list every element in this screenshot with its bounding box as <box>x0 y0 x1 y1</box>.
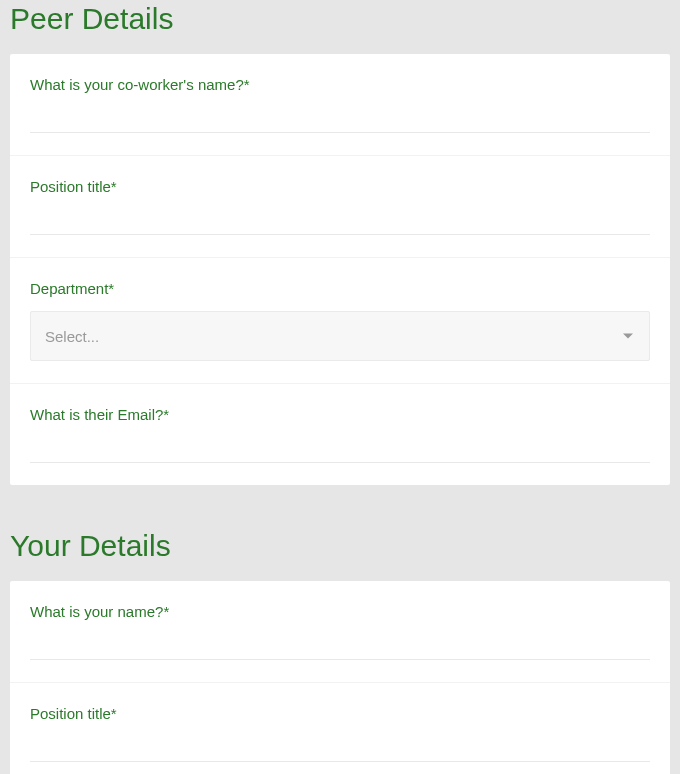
input-peer-email[interactable] <box>30 437 650 463</box>
peer-details-heading: Peer Details <box>10 0 670 54</box>
label-your-name: What is your name?* <box>30 603 650 620</box>
input-coworker-name[interactable] <box>30 107 650 133</box>
chevron-down-icon <box>623 334 633 339</box>
input-your-name[interactable] <box>30 634 650 660</box>
field-your-name: What is your name?* <box>10 581 670 683</box>
field-peer-position-title: Position title* <box>10 156 670 258</box>
label-your-position-title: Position title* <box>30 705 650 722</box>
field-your-position-title: Position title* <box>10 683 670 774</box>
your-details-heading: Your Details <box>10 527 670 581</box>
label-coworker-name: What is your co-worker's name?* <box>30 76 650 93</box>
field-coworker-name: What is your co-worker's name?* <box>10 54 670 156</box>
input-peer-position-title[interactable] <box>30 209 650 235</box>
field-peer-email: What is their Email?* <box>10 384 670 485</box>
label-department: Department* <box>30 280 650 297</box>
peer-details-card: What is your co-worker's name?* Position… <box>10 54 670 485</box>
select-department-placeholder: Select... <box>45 328 99 345</box>
select-department[interactable]: Select... <box>30 311 650 361</box>
your-details-card: What is your name?* Position title* <box>10 581 670 774</box>
label-peer-email: What is their Email?* <box>30 406 650 423</box>
field-department: Department* Select... <box>10 258 670 384</box>
input-your-position-title[interactable] <box>30 736 650 762</box>
label-peer-position-title: Position title* <box>30 178 650 195</box>
